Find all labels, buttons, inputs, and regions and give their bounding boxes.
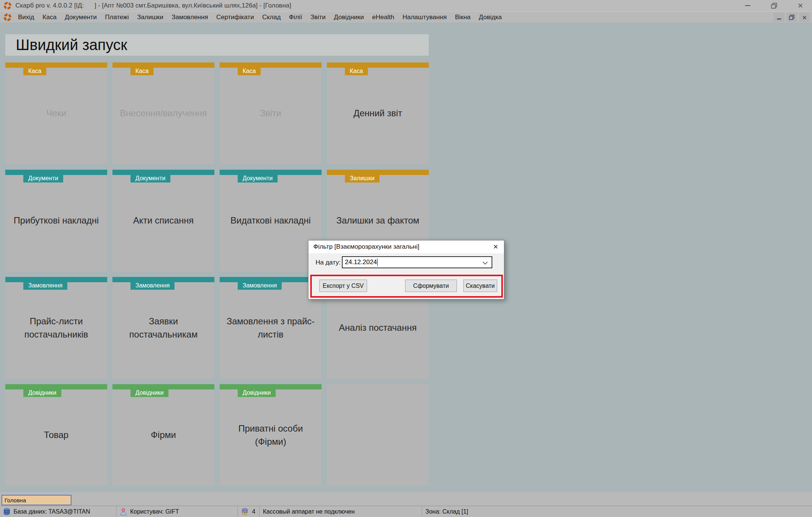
filter-dialog-title: Фільтр [Взаєморозрахунки загальні] [313,243,419,251]
app-logo-icon [3,2,12,10]
menu-item-dovidka[interactable]: Довідка [475,12,506,23]
menu-item-vikna[interactable]: Вікна [451,12,475,23]
tile-category-badge: Довідники [238,384,276,397]
menu-item-zvity[interactable]: Звіти [306,12,329,23]
cash-register-icon [241,508,249,515]
menu-item-ehealth[interactable]: eHealth [368,12,399,23]
tile-label: Прайс-листи постачальників [5,315,107,341]
tile-strip [112,62,214,68]
filter-dialog-titlebar[interactable]: Фільтр [Взаєморозрахунки загальні] × [308,240,504,253]
menu-items: Вихід Каса Документи Платежі Залишки Зам… [14,12,506,23]
menu-item-dokumenty[interactable]: Документи [61,12,101,23]
tile-akty-spysannia[interactable]: Документи Акти списання [112,170,214,272]
tile-label: Прибуткові накладні [8,214,105,227]
mdi-restore-icon[interactable] [786,13,797,22]
text-cursor [377,258,378,266]
tile-dennyi-zvit[interactable]: Каса Денний звіт [327,62,429,164]
tile-label: Денний звіт [348,107,408,120]
status-cash-count-text: 4 [252,508,255,515]
tile-category-badge: Замовлення [238,277,282,290]
tile-strip [220,62,322,68]
tile-category-badge: Каса [238,62,261,75]
date-combobox[interactable]: 24.12.2024 [342,256,492,268]
tile-pryvatni-osoby-firmy[interactable]: Довідники Приватні особи (Фірми) [220,384,322,486]
tile-label: Залишки за фактом [330,214,425,227]
cancel-button[interactable]: Скасувати [463,280,497,292]
tile-category-badge: Залишки [345,170,379,182]
tile-category-badge: Документи [131,170,170,182]
tile-zaiavky-postachalnykam[interactable]: Замовлення Заявки постачальникам [112,277,214,379]
tile-firmy[interactable]: Довідники Фірми [112,384,214,486]
tile-category-badge: Документи [238,170,278,182]
tile-label: Внесення/вилучення [114,107,213,120]
status-zone: Зона: Склад [1] [422,506,812,517]
tile-label: Фірми [145,429,182,442]
status-cash-message: Кассовый аппарат не подключен [260,506,422,517]
menu-item-nalashtuvannia[interactable]: Налаштування [398,12,451,23]
window-titlebar: Скарб pro v. 4.0.0.2 [ІД: ] - [Апт №003 … [0,0,812,11]
generate-button[interactable]: Сформувати [405,280,457,292]
date-field-label: На дату: [316,259,341,266]
menu-item-vyhid[interactable]: Вихід [14,12,38,23]
tile-zamovlennia-z-prais-lystiv[interactable]: Замовлення Замовлення з прайс-листів [220,277,322,379]
tile-category-badge: Замовлення [23,277,67,290]
menubar: Вихід Каса Документи Платежі Залишки Зам… [0,11,812,23]
tile-label: Чеки [40,107,72,120]
tile-label: Аналіз постачання [333,321,423,335]
status-cash-message-text: Кассовый аппарат не подключен [263,508,355,515]
tile-zvity[interactable]: Каса Звіти [220,62,322,164]
tile-category-badge: Каса [23,62,46,75]
tab-holovna[interactable]: Головна [2,495,71,505]
tile-label: Акти списання [127,214,200,227]
restore-icon[interactable] [768,0,780,11]
status-bar: База даних: TASA3@TITAN Користувач: GIFT… [0,506,812,517]
dialog-close-icon[interactable]: × [487,240,504,253]
minimize-icon[interactable] [742,0,753,11]
menu-item-kasa[interactable]: Каса [38,12,61,23]
tile-category-badge: Довідники [23,384,61,397]
quick-launch-header: Швидкий запуск [5,34,429,56]
mdi-minimize-icon[interactable] [774,13,784,22]
database-icon [3,508,10,515]
tile-prybutkovi-nakladni[interactable]: Документи Прибуткові накладні [5,170,107,272]
menu-item-filii[interactable]: Філії [285,12,306,23]
menu-item-platezhi[interactable]: Платежі [101,12,133,23]
page-title: Швидкий запуск [16,36,127,53]
tile-vnesennia-vyluchennia[interactable]: Каса Внесення/вилучення [112,62,214,164]
tile-category-badge: Замовлення [131,277,175,290]
menu-item-zamovlennia[interactable]: Замовлення [167,12,212,23]
status-zone-text: Зона: Склад [1] [425,508,468,515]
status-database: База даних: TASA3@TITAN [0,506,117,517]
tile-category-badge: Довідники [131,384,168,397]
tile-label: Видаткові накладні [225,214,317,227]
tile-empty [327,384,429,486]
export-csv-button[interactable]: Експорт у CSV [319,280,367,292]
menu-item-zalyshky[interactable]: Залишки [133,12,168,23]
tile-vydatkovi-nakladni[interactable]: Документи Видаткові накладні [220,170,322,272]
tile-prais-lysty-postachalnykiv[interactable]: Замовлення Прайс-листи постачальників [5,277,107,379]
user-icon [120,508,127,515]
tile-category-badge: Документи [23,170,63,182]
mdi-close-icon[interactable]: × [799,13,810,22]
menu-item-sertyfikaty[interactable]: Сертифікати [212,12,258,23]
menu-item-dovidnyky[interactable]: Довідники [330,12,368,23]
tile-tovar[interactable]: Довідники Товар [5,384,107,486]
tile-strip [5,62,107,68]
menu-item-sklad[interactable]: Склад [258,12,285,23]
close-icon[interactable]: × [795,0,806,11]
date-value: 24.12.2024 [345,258,377,266]
status-database-text: База даних: TASA3@TITAN [14,508,90,515]
status-user-text: Користувач: GIFT [130,508,179,515]
status-user: Користувач: GIFT [117,506,238,517]
status-cash-count: 4 [238,506,260,517]
filter-dialog: Фільтр [Взаєморозрахунки загальні] × На … [308,240,504,300]
tile-cheky[interactable]: Каса Чеки [5,62,107,164]
tile-label: Товар [38,429,74,442]
tile-label: Приватні особи (Фірми) [220,422,322,449]
window-title: Скарб pro v. 4.0.0.2 [ІД: ] - [Апт №003 … [15,2,291,9]
tile-label: Заявки постачальникам [112,315,214,341]
app-logo-icon-small [3,13,12,21]
tile-strip [327,62,429,68]
chevron-down-icon[interactable] [482,260,488,266]
tile-category-badge: Каса [345,62,368,75]
